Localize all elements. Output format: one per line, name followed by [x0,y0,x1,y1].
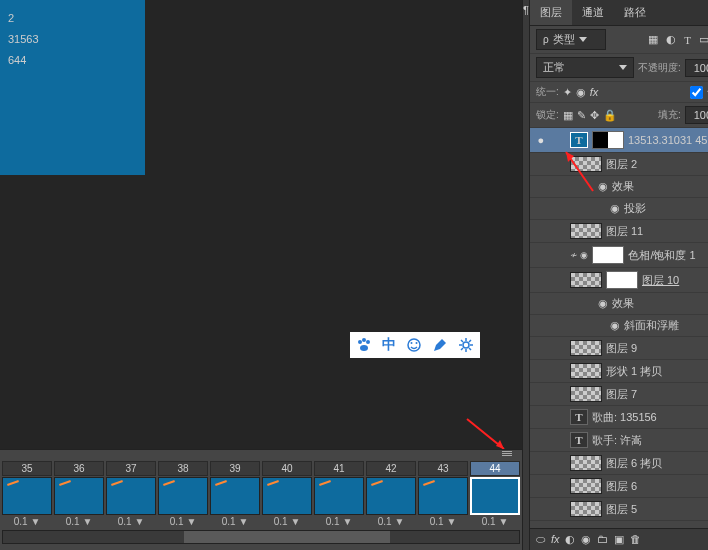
mask-icon[interactable]: ◐ [565,533,575,546]
timeline-frame[interactable]: 390.1 ▼ [210,461,260,527]
layer-row[interactable]: T歌手: 许嵩 [530,429,708,452]
layer-row[interactable]: 形状 1 拷贝 [530,360,708,383]
filter-type-select[interactable]: ρ 类型 [536,29,606,50]
layer-row[interactable]: ◉斜面和浮雕 [530,315,708,337]
group-icon[interactable]: 🗀 [597,533,608,546]
layer-row[interactable]: ◉投影 [530,198,708,220]
layer-row[interactable]: 图层 6 [530,475,708,498]
layer-row[interactable]: 图层 2fx▾ [530,153,708,176]
filter-type-icon[interactable]: T [684,34,691,46]
layer-thumb [570,501,602,517]
filter-shape-icon[interactable]: ▭ [699,33,708,46]
timeline-frame[interactable]: 430.1 ▼ [418,461,468,527]
opacity-input[interactable]: 100% [685,59,708,77]
layer-name: 形状 1 拷贝 [606,364,708,379]
lock-paint-icon[interactable]: ✎ [577,109,586,122]
canvas-text: 644 [8,50,137,71]
unify-label: 统一: [536,85,559,99]
frame-duration[interactable]: 0.1 ▼ [470,516,520,527]
eye-icon[interactable]: ◉ [598,297,608,310]
unify-pos-icon[interactable]: ✦ [563,86,572,99]
eye-icon[interactable]: ◉ [610,319,620,332]
text-cn-icon[interactable]: 中 [382,336,396,354]
fill-input[interactable]: 100% [685,106,708,124]
type-layer-icon: T [570,132,588,148]
frame-number: 37 [106,461,156,476]
frame-thumb [418,477,468,515]
layer-row[interactable]: 图层 7 [530,383,708,406]
layer-name: 图层 5 [606,502,708,517]
adjust-icon[interactable]: ◉ [581,533,591,546]
timeline-scrollbar[interactable] [2,530,520,544]
link-icon[interactable]: ⬭ [536,533,545,546]
layer-name: 图层 6 拷贝 [606,456,708,471]
svg-point-6 [416,342,418,344]
smiley-icon[interactable] [406,337,422,353]
frame-duration[interactable]: 0.1 ▼ [2,516,52,527]
layer-row[interactable]: 图层 10fx▾ [530,268,708,293]
layer-row[interactable]: ◉效果 [530,176,708,198]
timeline-frame[interactable]: 380.1 ▼ [158,461,208,527]
layer-thumb [570,455,602,471]
layer-row[interactable]: 图层 9 [530,337,708,360]
canvas-area[interactable]: 2 31563 644 中 [0,0,522,449]
unify-vis-icon[interactable]: ◉ [576,86,586,99]
tab-channels[interactable]: 通道 [572,0,614,25]
eye-icon[interactable]: ◉ [598,180,608,193]
ime-toolbar[interactable]: 中 [350,332,480,358]
timeline-frame[interactable]: 410.1 ▼ [314,461,364,527]
lock-row: 锁定: ▦ ✎ ✥ 🔒 填充: 100% [530,103,708,128]
filter-pixel-icon[interactable]: ▦ [648,33,658,46]
lock-pos-icon[interactable]: ✥ [590,109,599,122]
timeline-frame[interactable]: 370.1 ▼ [106,461,156,527]
frame-duration[interactable]: 0.1 ▼ [262,516,312,527]
layer-thumb [570,478,602,494]
frame-duration[interactable]: 0.1 ▼ [158,516,208,527]
document-canvas: 2 31563 644 [0,0,145,175]
layer-row[interactable]: 图层 11 [530,220,708,243]
layer-row[interactable]: 图层 5 [530,498,708,521]
layer-name: 图层 9 [606,341,708,356]
scrollbar-thumb[interactable] [184,531,390,543]
lock-all-icon[interactable]: 🔒 [603,109,617,122]
timeline-frame[interactable]: 420.1 ▼ [366,461,416,527]
layer-row[interactable]: ●T13513.31031 4513... [530,128,708,153]
layer-row[interactable]: ◉效果 [530,293,708,315]
frame-duration[interactable]: 0.1 ▼ [54,516,104,527]
timeline-frame[interactable]: 440.1 ▼ [470,461,520,527]
timeline-frame[interactable]: 400.1 ▼ [262,461,312,527]
frame-number: 36 [54,461,104,476]
frame-duration[interactable]: 0.1 ▼ [314,516,364,527]
frame-duration[interactable]: 0.1 ▼ [210,516,260,527]
fx-icon[interactable]: fx [551,533,560,546]
timeline-frame[interactable]: 350.1 ▼ [2,461,52,527]
svg-rect-11 [502,453,512,454]
layer-row[interactable]: T歌曲: 135156 [530,406,708,429]
gear-icon[interactable] [458,337,474,353]
paw-icon[interactable] [356,337,372,353]
layer-row[interactable]: 图层 6 拷贝 [530,452,708,475]
layer-row[interactable]: ≁ ◉色相/饱和度 1 [530,243,708,268]
eye-icon[interactable]: ◉ [610,202,620,215]
frame-duration[interactable]: 0.1 ▼ [106,516,156,527]
frame-duration[interactable]: 0.1 ▼ [366,516,416,527]
tab-paths[interactable]: 路径 [614,0,656,25]
trash-icon[interactable]: 🗑 [630,533,641,546]
timeline-menu-icon[interactable] [502,451,512,457]
svg-marker-9 [496,440,504,449]
visibility-toggle[interactable]: ● [534,134,548,146]
tab-layers[interactable]: 图层 [530,0,572,25]
frame-thumb [158,477,208,515]
svg-point-1 [362,338,366,342]
new-icon[interactable]: ▣ [614,533,624,546]
unify-style-icon[interactable]: fx [590,86,599,98]
lock-trans-icon[interactable]: ▦ [563,109,573,122]
frame-thumb [210,477,260,515]
filter-adjust-icon[interactable]: ◐ [666,33,676,46]
frame-duration[interactable]: 0.1 ▼ [418,516,468,527]
layers-bottom-bar: ⬭ fx ◐ ◉ 🗀 ▣ 🗑 [530,528,708,550]
timeline-frame[interactable]: 360.1 ▼ [54,461,104,527]
pencil-icon[interactable] [432,337,448,353]
blend-mode-select[interactable]: 正常 [536,57,634,78]
propagate-checkbox[interactable] [690,86,703,99]
